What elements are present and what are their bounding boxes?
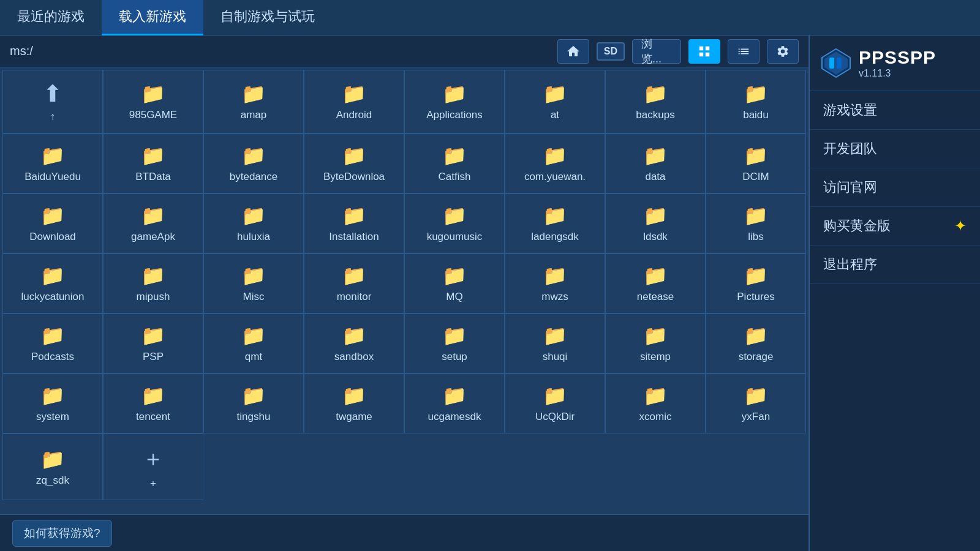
file-item-BaiduYuedu[interactable]: 📁BaiduYuedu xyxy=(2,133,103,193)
menu-item-exit[interactable]: 退出程序 xyxy=(810,246,980,284)
address-bar: ms:/ SD 浏览... xyxy=(0,36,809,67)
tab-load[interactable]: 载入新游戏 xyxy=(102,0,203,36)
file-item-Misc[interactable]: 📁Misc xyxy=(203,253,304,313)
file-item-luckycatunion[interactable]: 📁luckycatunion xyxy=(2,253,103,313)
folder-icon: 📁 xyxy=(543,144,567,167)
file-item-Installation[interactable]: 📁Installation xyxy=(304,193,404,253)
menu-item-label: 游戏设置 xyxy=(823,101,877,119)
folder-icon: 📁 xyxy=(643,204,668,227)
file-label: ldsdk xyxy=(643,231,668,243)
file-item-mipush[interactable]: 📁mipush xyxy=(103,253,203,313)
bottom-bar: 如何获得游戏? xyxy=(0,514,809,551)
sd-button[interactable]: SD xyxy=(597,42,625,61)
file-label: twgame xyxy=(336,411,372,423)
file-item-Android[interactable]: 📁Android xyxy=(304,70,404,133)
browse-label: 浏览... xyxy=(641,37,672,66)
file-item-Download[interactable]: 📁Download xyxy=(2,193,103,253)
file-item-yxFan[interactable]: 📁yxFan xyxy=(706,373,806,433)
file-item-985GAME[interactable]: 📁985GAME xyxy=(103,70,203,133)
file-item-tingshu[interactable]: 📁tingshu xyxy=(203,373,304,433)
file-item-Applications[interactable]: 📁Applications xyxy=(404,70,505,133)
file-item-Podcasts[interactable]: 📁Podcasts xyxy=(2,313,103,373)
file-label: ladengsdk xyxy=(531,231,579,243)
file-item-bytedance[interactable]: 📁bytedance xyxy=(203,133,304,193)
file-item-amap[interactable]: 📁amap xyxy=(203,70,304,133)
file-item-monitor[interactable]: 📁monitor xyxy=(304,253,404,313)
folder-icon: 📁 xyxy=(342,324,366,347)
file-label: amap xyxy=(241,109,267,121)
file-item-mwzs[interactable]: 📁mwzs xyxy=(505,253,605,313)
file-item-MQ[interactable]: 📁MQ xyxy=(404,253,505,313)
file-item-PSP[interactable]: 📁PSP xyxy=(103,313,203,373)
content-area: ms:/ SD 浏览... xyxy=(0,36,980,551)
file-item-sandbox[interactable]: 📁sandbox xyxy=(304,313,404,373)
browse-button[interactable]: 浏览... xyxy=(632,39,681,64)
file-item-data[interactable]: 📁data xyxy=(605,133,706,193)
settings-button[interactable] xyxy=(767,39,799,64)
folder-icon: 📁 xyxy=(643,384,668,407)
folder-icon: 📁 xyxy=(744,384,768,407)
file-label: netease xyxy=(637,291,674,303)
folder-icon: 📁 xyxy=(342,204,366,227)
home-button[interactable] xyxy=(557,39,589,64)
file-label: monitor xyxy=(337,291,372,303)
menu-item-game-settings[interactable]: 游戏设置 xyxy=(810,91,980,130)
folder-icon: 📁 xyxy=(543,384,567,407)
file-label: system xyxy=(36,411,69,423)
grid-view-button[interactable] xyxy=(688,39,720,64)
tab-recent[interactable]: 最近的游戏 xyxy=(0,0,102,36)
file-item-at[interactable]: 📁at xyxy=(505,70,605,133)
file-label: zq_sdk xyxy=(36,474,69,487)
file-item-setup[interactable]: 📁setup xyxy=(404,313,505,373)
file-item-DCIM[interactable]: 📁DCIM xyxy=(706,133,806,193)
file-item-ucgamesdk[interactable]: 📁ucgamesdk xyxy=(404,373,505,433)
file-item-baidu[interactable]: 📁baidu xyxy=(706,70,806,133)
file-item-com.yuewan[interactable]: 📁com.yuewan. xyxy=(505,133,605,193)
sd-label: SD xyxy=(604,46,617,56)
folder-icon: 📁 xyxy=(241,144,266,167)
menu-item-official-site[interactable]: 访问官网 xyxy=(810,168,980,207)
file-item-shuqi[interactable]: 📁shuqi xyxy=(505,313,605,373)
file-label: tencent xyxy=(136,411,170,423)
how-to-get-games-button[interactable]: 如何获得游戏? xyxy=(12,520,112,547)
file-item-gameApk[interactable]: 📁gameApk xyxy=(103,193,203,253)
file-label: luckycatunion xyxy=(21,291,84,303)
file-item-Catfish[interactable]: 📁Catfish xyxy=(404,133,505,193)
menu-item-buy-gold[interactable]: 购买黄金版✦ xyxy=(810,207,980,246)
file-item-libs[interactable]: 📁libs xyxy=(706,193,806,253)
file-item-zq_sdk[interactable]: 📁zq_sdk xyxy=(2,433,103,500)
file-item-xcomic[interactable]: 📁xcomic xyxy=(605,373,706,433)
file-item-huluxia[interactable]: 📁huluxia xyxy=(203,193,304,253)
file-item-kugoumusic[interactable]: 📁kugoumusic xyxy=(404,193,505,253)
file-item-tencent[interactable]: 📁tencent xyxy=(103,373,203,433)
file-item-add[interactable]: ＋+ xyxy=(103,433,203,500)
folder-icon: 📁 xyxy=(40,204,65,227)
menu-item-label: 购买黄金版 xyxy=(823,217,891,235)
file-item-UcQkDir[interactable]: 📁UcQkDir xyxy=(505,373,605,433)
file-label: ↑ xyxy=(50,111,56,123)
file-item-Pictures[interactable]: 📁Pictures xyxy=(706,253,806,313)
file-label: baidu xyxy=(743,109,769,121)
file-item-BTData[interactable]: 📁BTData xyxy=(103,133,203,193)
file-label: gameApk xyxy=(131,231,175,243)
menu-item-label: 退出程序 xyxy=(823,255,877,274)
file-item-sitemp[interactable]: 📁sitemp xyxy=(605,313,706,373)
file-item-up[interactable]: ⬆↑ xyxy=(2,70,103,133)
folder-icon: 📁 xyxy=(543,264,567,287)
file-item-twgame[interactable]: 📁twgame xyxy=(304,373,404,433)
file-item-ByteDownload[interactable]: 📁ByteDownloa xyxy=(304,133,404,193)
file-item-netease[interactable]: 📁netease xyxy=(605,253,706,313)
file-item-backups[interactable]: 📁backups xyxy=(605,70,706,133)
file-item-storage[interactable]: 📁storage xyxy=(706,313,806,373)
file-item-ladengsdk[interactable]: 📁ladengsdk xyxy=(505,193,605,253)
file-item-ldsdk[interactable]: 📁ldsdk xyxy=(605,193,706,253)
file-item-system[interactable]: 📁system xyxy=(2,373,103,433)
menu-item-dev-team[interactable]: 开发团队 xyxy=(810,130,980,168)
tab-homebrew[interactable]: 自制游戏与试玩 xyxy=(203,0,332,36)
file-item-qmt[interactable]: 📁qmt xyxy=(203,313,304,373)
list-view-button[interactable] xyxy=(728,39,760,64)
right-panel: PPSSPP v1.11.3 游戏设置开发团队访问官网购买黄金版✦退出程序 xyxy=(809,36,980,551)
svg-rect-2 xyxy=(829,58,834,69)
folder-icon: 📁 xyxy=(40,144,65,167)
file-label: BTData xyxy=(135,171,171,183)
